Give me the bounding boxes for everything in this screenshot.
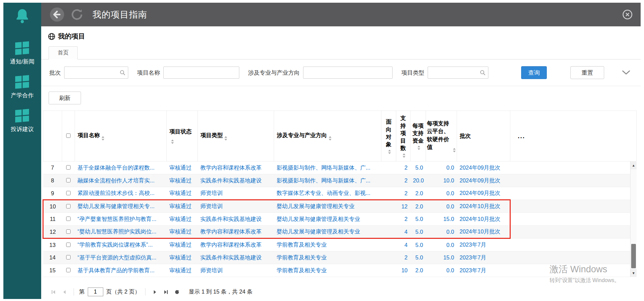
row-checkbox[interactable] — [66, 165, 71, 170]
row-checkbox-cell — [62, 187, 75, 200]
scroll-thumb[interactable] — [631, 244, 636, 268]
column-header-name[interactable]: 项目名称 — [75, 111, 167, 161]
reset-button[interactable]: 重置 — [570, 66, 604, 79]
tab-bar: 首页 — [41, 46, 641, 59]
project-name-cell[interactable]: 融媒体全流程创作人才培育实... — [75, 174, 167, 187]
table-header-row: 项目名称 项目状态 项目类型 涉及专业与产业方向 面向对象 支持项目数 — [43, 111, 637, 161]
vertical-scrollbar[interactable]: ▲ ▼ — [630, 161, 637, 277]
support-count-cell: 4 — [396, 239, 410, 251]
project-name-cell[interactable]: 基于具体教育产品的学前教育... — [75, 264, 167, 277]
row-checkbox[interactable] — [66, 191, 71, 195]
select-all-header — [62, 111, 75, 161]
row-checkbox[interactable] — [66, 229, 71, 234]
page-input[interactable] — [88, 287, 103, 296]
pager-separator — [145, 288, 145, 296]
project-name-cell[interactable]: 紧跟动漫前沿技术步伐：高校... — [75, 187, 167, 200]
row-checkbox-cell — [62, 226, 75, 239]
more-columns-header[interactable]: ... — [510, 111, 637, 161]
reload-icon[interactable] — [70, 8, 84, 21]
column-header-audience[interactable]: 面向对象 — [381, 111, 396, 161]
filler-cell — [510, 251, 637, 264]
support-fund-cell: 5.0 — [410, 251, 426, 264]
support-count-cell: 4 — [396, 226, 410, 239]
row-checkbox-cell — [62, 264, 75, 277]
back-button[interactable] — [49, 7, 65, 22]
sidebar-item-3[interactable]: 投诉建议 — [10, 109, 35, 133]
projects-table: 项目名称 项目状态 项目类型 涉及专业与产业方向 面向对象 支持项目数 — [43, 110, 637, 277]
table-row: 12 “婴幼儿智慧医养照护实践岗位... 审核通过 教学内容和课程体系改革 婴幼… — [43, 226, 637, 239]
column-header-fund[interactable]: 每项支持资金 — [410, 111, 426, 161]
row-checkbox-cell — [62, 174, 75, 187]
pager-refresh-button[interactable] — [173, 288, 181, 296]
sidebar-item-1[interactable]: 通知/新闻 — [10, 42, 35, 66]
project-name-cell[interactable]: “孕产婴童智慧医养照护与教育... — [75, 213, 167, 226]
row-checkbox[interactable] — [66, 178, 71, 182]
row-checkbox[interactable] — [66, 268, 71, 272]
bell-icon[interactable] — [15, 8, 30, 24]
support-count-cell: 2 — [396, 251, 410, 264]
project-type-filter-input[interactable] — [428, 67, 488, 79]
project-status-cell: 审核通过 — [167, 161, 198, 174]
project-name-cell[interactable]: “婴幼儿智慧医养照护实践岗位... — [75, 226, 167, 239]
row-checkbox-cell — [62, 239, 75, 251]
row-number-cell: 14 — [43, 251, 62, 264]
major-filter-input[interactable] — [303, 67, 393, 79]
scroll-up-arrow[interactable]: ▲ — [630, 161, 637, 169]
column-header-status[interactable]: 项目状态 — [167, 111, 198, 161]
support-count-cell: 2 — [396, 174, 410, 187]
prev-page-button[interactable] — [60, 288, 69, 296]
support-fund-cell: 5.0 — [410, 239, 426, 251]
project-name-cell[interactable]: 基于全媒体融合平台的课程数... — [75, 161, 167, 174]
support-fund-cell: 2.0 — [410, 200, 426, 213]
platform-value-cell: 15.0 — [426, 213, 457, 226]
batch-cell: 2023年7月 — [457, 251, 510, 264]
close-button[interactable] — [622, 9, 633, 20]
project-name-filter-input[interactable] — [163, 67, 239, 79]
sort-arrows-icon — [388, 150, 391, 154]
table-body: 7 基于全媒体融合平台的课程数... 审核通过 教学内容和课程体系改革 影视摄影… — [43, 161, 637, 277]
window-header: 我的项目指南 — [41, 3, 641, 26]
column-header-type[interactable]: 项目类型 — [198, 111, 274, 161]
row-checkbox-cell — [62, 251, 75, 264]
select-all-checkbox[interactable] — [66, 133, 71, 138]
support-fund-cell: 5.0 — [410, 161, 426, 174]
table-row: 9 紧跟动漫前沿技术步伐：高校... 审核通过 师资培训 数字媒体艺术专业、动画… — [43, 187, 637, 200]
column-header-major[interactable]: 涉及专业与产业方向 — [274, 111, 381, 161]
last-page-button[interactable] — [162, 288, 170, 296]
row-checkbox[interactable] — [66, 204, 71, 208]
project-name-filter-label: 项目名称 — [137, 69, 160, 77]
support-count-cell: 2 — [396, 187, 410, 200]
project-type-cell: 实践条件和实践基地建设 — [198, 174, 274, 187]
row-checkbox[interactable] — [66, 217, 71, 221]
first-page-button[interactable] — [49, 288, 57, 296]
project-status-cell: 审核通过 — [167, 174, 198, 187]
query-button[interactable]: 查询 — [521, 66, 547, 79]
row-checkbox[interactable] — [66, 243, 71, 247]
audience-cell — [381, 187, 396, 200]
scroll-down-arrow[interactable]: ▼ — [630, 269, 637, 277]
window-title: 我的项目指南 — [92, 9, 147, 21]
pagination-summary: 显示 1 到 15 条，共 24 条 — [189, 288, 252, 296]
major-filter-label: 涉及专业与产业方向 — [248, 69, 300, 77]
sidebar-item-2[interactable]: 产学合作 — [10, 76, 35, 99]
tab-home[interactable]: 首页 — [49, 46, 78, 59]
project-major-cell: 影视摄影与制作、网络与新媒体、广... — [274, 174, 381, 187]
chevron-down-icon[interactable] — [622, 70, 630, 75]
next-page-button[interactable] — [151, 288, 159, 296]
column-header-count[interactable]: 支持项目数 — [396, 111, 410, 161]
project-status-cell: 审核通过 — [167, 200, 198, 213]
project-major-cell: 学前教育及相关专业 — [274, 251, 381, 264]
batch-filter-input[interactable] — [64, 67, 128, 79]
project-major-cell: 学前教育及相关专业 — [274, 264, 381, 277]
filler-cell — [510, 226, 637, 239]
platform-value-cell: 0.0 — [426, 264, 457, 277]
column-header-value[interactable]: 每项支持云平台、软硬件价值 — [426, 111, 457, 161]
project-name-cell[interactable]: 婴幼儿发展与健康管理相关专... — [75, 200, 167, 213]
refresh-button[interactable]: 刷新 — [49, 92, 81, 104]
table-row: 13 “学前教育实践岗位课程体系”... 审核通过 教学内容和课程体系改革 学前… — [43, 239, 637, 251]
column-header-batch[interactable]: 批次 — [457, 111, 510, 161]
project-name-cell[interactable]: “基于平台资源的大型虚拟仿真... — [75, 251, 167, 264]
row-checkbox[interactable] — [66, 255, 71, 259]
batch-cell: 2024年10月批次 — [457, 226, 510, 239]
project-name-cell[interactable]: “学前教育实践岗位课程体系”... — [75, 239, 167, 251]
